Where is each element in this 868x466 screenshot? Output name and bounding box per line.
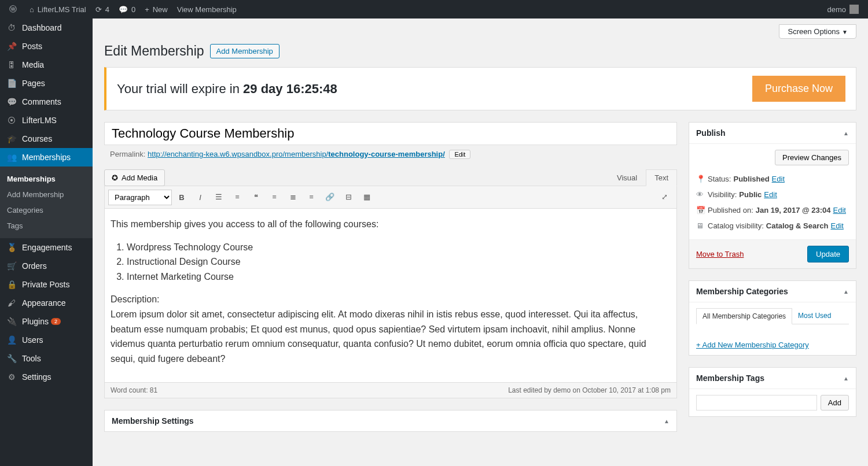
sidebar-item-memberships[interactable]: 👥Memberships [0,148,93,167]
sidebar-item-private-posts[interactable]: 🔒Private Posts [0,275,93,294]
admin-sidebar: ⏱Dashboard📌Posts🎛Media📄Pages💬Comments⦿Li… [0,19,93,466]
tab-text[interactable]: Text [646,169,677,186]
submenu-item-categories[interactable]: Categories [0,202,93,218]
toolbar-toggle-button[interactable]: ▦ [358,188,376,206]
fullscreen-button[interactable]: ⤢ [656,188,673,206]
chevron-down-icon: ▼ [842,29,848,35]
panel-toggle-icon[interactable]: ▲ [843,289,849,295]
menu-icon: 🖌 [6,298,17,308]
last-edited: Last edited by demo on October 10, 2017 … [508,386,671,394]
edit-visibility-link[interactable]: Edit [764,190,777,199]
monitor-icon: 🖥 [696,221,708,230]
screen-options-toggle[interactable]: Screen Options▼ [779,24,856,39]
tag-input[interactable] [696,395,817,410]
numbered-list-button[interactable]: ≡ [229,188,246,206]
membership-settings-toggle[interactable]: Membership Settings▲ [105,410,676,431]
wordpress-icon: ⓦ [9,4,17,14]
tab-most-used[interactable]: Most Used [792,308,837,324]
main-content: Screen Options▼ Edit Membership Add Memb… [93,19,868,466]
panel-toggle-icon[interactable]: ▲ [843,375,849,382]
purchase-now-button[interactable]: Purchase Now [752,76,845,102]
tab-visual[interactable]: Visual [608,169,646,186]
sidebar-item-posts[interactable]: 📌Posts [0,37,93,56]
sidebar-item-dashboard[interactable]: ⏱Dashboard [0,19,93,37]
menu-icon: 🎛 [6,60,17,69]
page-title: Edit Membership [104,43,204,59]
edit-date-link[interactable]: Edit [833,206,846,214]
comment-icon: 💬 [119,5,128,14]
wp-logo[interactable]: ⓦ [5,0,25,19]
add-category-link[interactable]: + Add New Membership Category [696,341,809,349]
sidebar-item-media[interactable]: 🎛Media [0,56,93,74]
permalink-row: Permalink: http://enchanting-kea.w6.wpsa… [104,145,677,161]
blockquote-button[interactable]: ❝ [247,188,264,206]
menu-icon: 🔒 [6,280,17,289]
menu-icon: 📄 [6,79,17,88]
italic-button[interactable]: I [192,188,209,206]
move-to-trash-link[interactable]: Move to Trash [696,250,744,258]
eye-icon: 👁 [696,190,708,199]
preview-changes-button[interactable]: Preview Changes [775,150,849,165]
sidebar-item-settings[interactable]: ⚙Settings [0,368,93,386]
chevron-up-icon: ▲ [664,418,670,424]
sidebar-item-pages[interactable]: 📄Pages [0,74,93,93]
tab-all-categories[interactable]: All Membership Categories [696,308,792,324]
submenu-item-memberships[interactable]: Memberships [0,171,93,187]
pin-icon: 📍 [696,175,708,183]
editor-content[interactable]: This membership gives you access to all … [105,209,676,382]
bold-button[interactable]: B [173,188,190,206]
view-membership-link[interactable]: View Membership [172,0,241,19]
sidebar-item-comments[interactable]: 💬Comments [0,93,93,111]
permalink-link[interactable]: http://enchanting-kea.w6.wpsandbox.pro/m… [148,150,445,158]
plus-icon: + [145,5,149,14]
site-link[interactable]: ⌂LifterLMS Trial [25,0,91,19]
add-tag-button[interactable]: Add [821,395,849,410]
sidebar-item-tools[interactable]: 🔧Tools [0,349,93,368]
add-membership-button[interactable]: Add Membership [210,44,279,58]
menu-icon: 📌 [6,42,17,51]
admin-bar: ⓦ ⌂LifterLMS Trial ⟳4 💬0 +New View Membe… [0,0,868,19]
new-link[interactable]: +New [140,0,172,19]
sidebar-item-lifterlms[interactable]: ⦿LifterLMS [0,111,93,130]
align-right-button[interactable]: ≡ [303,188,320,206]
submenu-item-add-membership[interactable]: Add Membership [0,187,93,202]
menu-icon: ⦿ [6,116,17,125]
edit-catalog-link[interactable]: Edit [830,221,843,230]
menu-icon: 👤 [6,335,17,345]
menu-icon: ⏱ [6,23,17,32]
sidebar-item-courses[interactable]: 🎓Courses [0,130,93,148]
menu-icon: 🔧 [6,354,17,363]
edit-permalink-button[interactable]: Edit [449,150,470,159]
submenu-item-tags[interactable]: Tags [0,218,93,234]
link-button[interactable]: 🔗 [321,188,339,206]
format-select[interactable]: Paragraph [108,190,172,205]
edit-status-link[interactable]: Edit [772,175,785,183]
menu-icon: ⚙ [6,372,17,382]
refresh-icon: ⟳ [95,5,102,14]
sidebar-item-engagements[interactable]: 🏅Engagements [0,238,93,257]
align-left-button[interactable]: ≡ [266,188,283,206]
user-menu[interactable]: demo [822,0,863,19]
post-title-input[interactable] [104,122,677,145]
bullet-list-button[interactable]: ☰ [210,188,227,206]
categories-panel: Membership Categories▲ All Membership Ca… [689,280,856,356]
sidebar-item-users[interactable]: 👤Users [0,331,93,349]
tags-panel: Membership Tags▲ Add [689,367,856,417]
align-center-button[interactable]: ≣ [284,188,301,206]
comments-link[interactable]: 💬0 [114,0,140,19]
menu-icon: 🎓 [6,134,17,143]
updates-link[interactable]: ⟳4 [91,0,114,19]
update-button[interactable]: Update [807,246,849,262]
readmore-button[interactable]: ⊟ [340,188,357,206]
list-item: Wordpress Technology Course [127,240,671,255]
trial-notice: Your trial will expire in 29 day 16:25:4… [104,67,856,110]
site-title: LifterLMS Trial [38,5,86,14]
add-media-button[interactable]: ✪Add Media [104,169,165,186]
sidebar-item-appearance[interactable]: 🖌Appearance [0,294,93,312]
menu-icon: 👥 [6,153,17,162]
sidebar-item-plugins[interactable]: 🔌Plugins2 [0,312,93,331]
menu-icon: 🏅 [6,243,17,252]
panel-toggle-icon[interactable]: ▲ [843,130,849,136]
menu-icon: 💬 [6,97,17,106]
sidebar-item-orders[interactable]: 🛒Orders [0,257,93,275]
